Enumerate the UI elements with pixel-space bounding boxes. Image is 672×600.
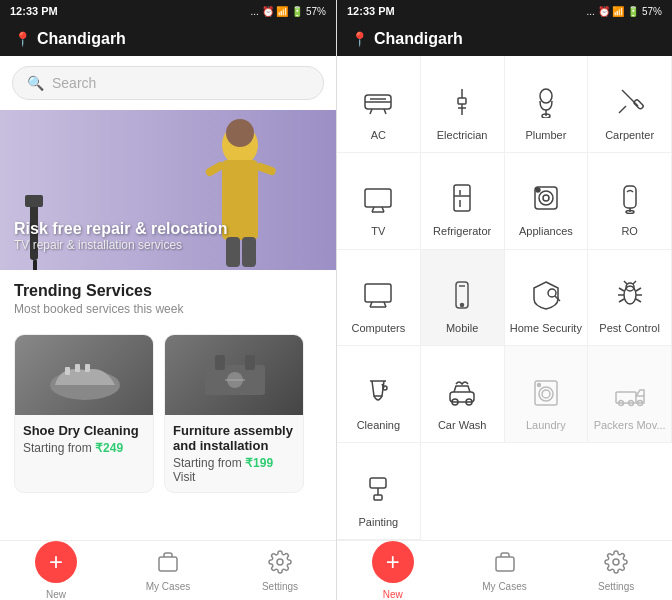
appliances-icon (530, 182, 562, 219)
service-item-packers[interactable]: Packers Mov... (588, 346, 672, 443)
service-item-refrigerator[interactable]: Refrigerator (421, 153, 505, 250)
services-grid: AC Electrician Plumber Carpenter TV Refr… (337, 56, 672, 540)
svg-rect-17 (245, 355, 255, 370)
plumber-icon (530, 86, 562, 123)
right-nav-settings[interactable]: Settings (560, 541, 672, 600)
left-nav-new[interactable]: + New (0, 541, 112, 600)
right-header: 📍 Chandigarh (337, 22, 672, 56)
shoe-card-title: Shoe Dry Cleaning (23, 423, 145, 438)
banner-subtitle: TV repair & installation services (14, 238, 227, 252)
painting-icon (362, 473, 394, 510)
computers-icon (362, 279, 394, 316)
service-item-plumber[interactable]: Plumber (505, 56, 589, 153)
banner: Risk free repair & relocation TV repair … (0, 110, 336, 270)
service-item-ac[interactable]: AC (337, 56, 421, 153)
service-label-ac: AC (371, 129, 386, 142)
furniture-card-title: Furniture assembly and installation (173, 423, 295, 453)
right-status-bar: 12:33 PM ... ⏰ 📶 🔋 57% (337, 0, 672, 22)
right-new-button[interactable]: + (372, 541, 414, 583)
service-item-laundry[interactable]: Laundry (505, 346, 589, 443)
laundry-icon (530, 376, 562, 413)
svg-rect-49 (624, 186, 636, 208)
svg-line-67 (636, 299, 641, 302)
svg-point-89 (613, 559, 619, 565)
service-item-carwash[interactable]: Car Wash (421, 346, 505, 443)
service-card-furniture[interactable]: Furniture assembly and installation Star… (164, 334, 304, 493)
left-new-button[interactable]: + (35, 541, 77, 583)
trending-section: Trending Services Most booked services t… (0, 270, 336, 324)
svg-rect-16 (215, 355, 225, 370)
shoe-card-info: Shoe Dry Cleaning Starting from ₹249 (15, 415, 153, 463)
svg-line-36 (619, 106, 626, 113)
right-nav-new-label: New (383, 589, 403, 600)
carwash-icon (446, 376, 478, 413)
service-label-mobile: Mobile (446, 322, 478, 335)
svg-line-64 (619, 299, 624, 302)
svg-point-31 (540, 89, 552, 103)
svg-point-78 (539, 387, 553, 401)
service-label-carpenter: Carpenter (605, 129, 654, 142)
right-nav-mycases[interactable]: My Cases (449, 541, 561, 600)
service-label-painting: Painting (358, 516, 398, 529)
electrician-icon (446, 86, 478, 123)
svg-rect-14 (85, 364, 90, 372)
service-label-carwash: Car Wash (438, 419, 487, 432)
svg-line-69 (624, 281, 627, 284)
service-item-tv[interactable]: TV (337, 153, 421, 250)
svg-line-62 (619, 288, 624, 291)
service-label-pestcontrol: Pest Control (599, 322, 660, 335)
right-bottom-nav: + New My Cases Settings (337, 540, 672, 600)
search-placeholder: Search (52, 75, 96, 91)
service-label-laundry: Laundry (526, 419, 566, 432)
left-nav-mycases[interactable]: My Cases (112, 541, 224, 600)
svg-point-59 (548, 289, 556, 297)
trending-title: Trending Services (14, 282, 322, 300)
ac-icon (362, 86, 394, 123)
svg-rect-35 (633, 99, 644, 110)
service-label-packers: Packers Mov... (594, 419, 666, 432)
svg-rect-74 (450, 392, 474, 402)
search-icon: 🔍 (27, 75, 44, 91)
service-item-cleaning[interactable]: Cleaning (337, 346, 421, 443)
right-nav-mycases-label: My Cases (482, 581, 526, 592)
service-label-tv: TV (371, 225, 385, 238)
svg-rect-37 (365, 189, 391, 207)
svg-rect-85 (370, 478, 386, 488)
left-nav-mycases-label: My Cases (146, 581, 190, 592)
service-item-pestcontrol[interactable]: Pest Control (588, 250, 672, 347)
service-item-appliances[interactable]: Appliances (505, 153, 589, 250)
banner-text: Risk free repair & relocation TV repair … (14, 220, 227, 252)
ro-icon (614, 182, 646, 219)
homesecurity-icon (530, 279, 562, 316)
left-nav-settings[interactable]: Settings (224, 541, 336, 600)
right-mycases-icon (493, 550, 517, 579)
service-card-shoe[interactable]: Shoe Dry Cleaning Starting from ₹249 (14, 334, 154, 493)
service-label-refrigerator: Refrigerator (433, 225, 491, 238)
service-label-homesecurity: Home Security (510, 322, 582, 335)
packers-icon (614, 376, 646, 413)
service-item-painting[interactable]: Painting (337, 443, 421, 540)
left-settings-icon (268, 550, 292, 579)
service-label-ro: RO (621, 225, 638, 238)
svg-point-21 (277, 559, 283, 565)
right-status-icons: ... ⏰ 📶 🔋 57% (587, 6, 662, 17)
left-nav-settings-label: Settings (262, 581, 298, 592)
search-bar[interactable]: 🔍 Search (12, 66, 324, 100)
svg-rect-20 (159, 557, 177, 571)
service-item-carpenter[interactable]: Carpenter (588, 56, 672, 153)
left-time: 12:33 PM (10, 5, 58, 17)
service-item-homesecurity[interactable]: Home Security (505, 250, 589, 347)
service-item-ro[interactable]: RO (588, 153, 672, 250)
right-time: 12:33 PM (347, 5, 395, 17)
right-nav-new[interactable]: + New (337, 541, 449, 600)
svg-rect-41 (454, 185, 470, 211)
service-label-electrician: Electrician (437, 129, 488, 142)
svg-line-65 (636, 288, 641, 291)
service-item-mobile[interactable]: Mobile (421, 250, 505, 347)
service-item-electrician[interactable]: Electrician (421, 56, 505, 153)
svg-rect-10 (33, 260, 37, 270)
svg-point-46 (539, 191, 553, 205)
right-location-pin-icon: 📍 (351, 31, 368, 47)
svg-point-79 (542, 390, 550, 398)
service-item-computers[interactable]: Computers (337, 250, 421, 347)
